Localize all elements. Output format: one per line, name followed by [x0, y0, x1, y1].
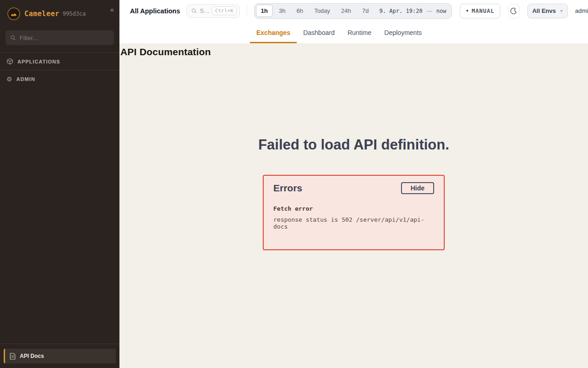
global-search[interactable]: S… Ctrl+K	[187, 4, 240, 18]
app-logo	[7, 7, 20, 20]
page-title: API Documentation	[119, 43, 588, 58]
sidebar-filter[interactable]	[6, 30, 114, 45]
user-name[interactable]: admi	[575, 7, 588, 14]
gear-icon: ⚙	[6, 76, 12, 82]
time-range-3h[interactable]: 3h	[274, 5, 290, 17]
app-root: Cameleer 995d3ca « APPLICATIONS ⚙ ADMIN	[0, 0, 588, 368]
tab-dashboard[interactable]: Dashboard	[297, 22, 341, 43]
time-range-to[interactable]: now	[436, 8, 447, 14]
sidebar-item-api-docs[interactable]: API Docs	[4, 349, 116, 363]
chevron-down-icon: ▾	[560, 8, 563, 13]
package-icon	[6, 58, 13, 65]
sidebar-footer: API Docs	[0, 344, 119, 368]
environment-select-value: All Envs	[532, 7, 556, 14]
hide-errors-button[interactable]: Hide	[401, 182, 434, 194]
search-icon	[191, 8, 197, 14]
status-dot-icon: ●	[466, 9, 468, 13]
swagger-fail-message: Failed to load API definition.	[119, 137, 588, 153]
time-range-from[interactable]: 9. Apr. 19:20	[379, 8, 423, 14]
sidebar-item-label: API Docs	[20, 353, 44, 359]
tab-deployments[interactable]: Deployments	[378, 22, 429, 43]
sidebar: Cameleer 995d3ca « APPLICATIONS ⚙ ADMIN	[0, 0, 119, 368]
main-column: All Applications S… Ctrl+K 1h 3h 6h Toda…	[119, 0, 588, 368]
dark-mode-toggle[interactable]	[508, 4, 520, 18]
time-range-7d[interactable]: 7d	[357, 5, 373, 17]
sidebar-item-label: APPLICATIONS	[17, 59, 60, 64]
sidebar-item-label: ADMIN	[17, 76, 35, 82]
sidebar-header: Cameleer 995d3ca «	[0, 0, 119, 27]
sidebar-item-applications[interactable]: APPLICATIONS	[0, 52, 119, 70]
tab-exchanges[interactable]: Exchanges	[250, 22, 297, 43]
document-icon	[10, 353, 16, 360]
errors-panel-header: Errors Hide	[273, 182, 434, 194]
section-tabs: Exchanges Dashboard Runtime Deployments	[119, 22, 588, 43]
errors-panel: Errors Hide Fetch error response status …	[263, 175, 445, 250]
filter-input[interactable]	[20, 34, 109, 41]
refresh-mode-button[interactable]: ● MANUAL	[460, 4, 500, 18]
time-range-1h[interactable]: 1h	[256, 5, 273, 17]
error-name: Fetch error	[273, 205, 434, 212]
page-context-title: All Applications	[130, 7, 180, 15]
time-range-selector: 1h 3h 6h Today 24h 7d 9. Apr. 19:20 — no…	[254, 3, 452, 19]
refresh-mode-label: MANUAL	[472, 8, 494, 14]
camel-logo-icon	[10, 10, 18, 18]
app-version-hash: 995d3ca	[62, 11, 86, 17]
moon-icon	[510, 7, 517, 15]
error-detail: response status is 502 /server/api/v1/ap…	[273, 216, 434, 230]
content-area: API Documentation Failed to load API def…	[119, 43, 588, 368]
search-placeholder: S…	[200, 7, 209, 14]
time-range-today[interactable]: Today	[309, 5, 335, 17]
search-icon	[10, 34, 16, 41]
environment-select[interactable]: All Envs ▾	[527, 4, 568, 18]
sidebar-collapse-button[interactable]: «	[110, 6, 114, 13]
divider	[247, 5, 247, 17]
tab-runtime[interactable]: Runtime	[341, 22, 378, 43]
errors-panel-title: Errors	[273, 183, 302, 194]
time-range-separator: —	[427, 8, 432, 14]
topbar: All Applications S… Ctrl+K 1h 3h 6h Toda…	[119, 0, 588, 22]
sidebar-spacer	[0, 87, 119, 344]
sidebar-item-admin[interactable]: ⚙ ADMIN	[0, 70, 119, 87]
app-name: Cameleer	[24, 10, 59, 18]
time-range-6h[interactable]: 6h	[291, 5, 308, 17]
search-shortcut-badge: Ctrl+K	[212, 6, 237, 15]
time-range-24h[interactable]: 24h	[336, 5, 356, 17]
